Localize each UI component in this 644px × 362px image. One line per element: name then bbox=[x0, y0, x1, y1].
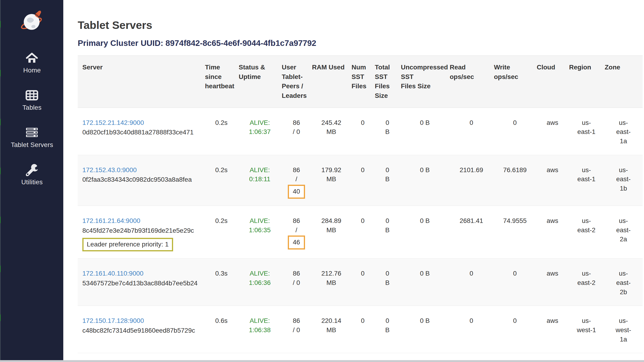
cell-ram-used: 179.92 MB bbox=[312, 155, 351, 206]
cell-peers-leaders: 86/46 bbox=[281, 206, 312, 258]
tables-icon bbox=[26, 89, 38, 102]
uncompressed-sst-value: 0 B bbox=[420, 166, 430, 173]
server-link[interactable]: 172.152.43.0:9000 bbox=[82, 166, 137, 173]
cell-server: 172.152.21.142:90000d820cf1b93c40d881a27… bbox=[78, 108, 204, 155]
leader-preference-note: Leader preference priority: 1 bbox=[82, 238, 173, 251]
uptime-value: 1:06:38 bbox=[240, 325, 280, 335]
read-ops-value: 2101.69 bbox=[460, 166, 483, 173]
read-ops-value: 0 bbox=[470, 119, 473, 126]
tablet-servers-table: ServerTime since heartbeatStatus & Uptim… bbox=[78, 55, 642, 353]
server-uuid: 0f2faa3c834343c0982dc9503a8a8fea bbox=[82, 175, 203, 184]
sidebar-nav: Home Tables bbox=[11, 52, 53, 201]
utilities-icon bbox=[26, 163, 38, 176]
sidebar-item-utilities[interactable]: Utilities bbox=[21, 163, 42, 186]
window-bottom-edge bbox=[0, 360, 644, 362]
ram-value: 245.42 MB bbox=[317, 118, 346, 137]
table-row: 172.150.17.128:9000c48bc82fc7314d5e91860… bbox=[78, 306, 642, 353]
peers-count: 86 bbox=[283, 269, 310, 278]
uptime-value: 1:06:37 bbox=[240, 127, 280, 136]
cloud-value: aws bbox=[547, 270, 558, 277]
cell-cloud: aws bbox=[536, 155, 568, 206]
leaders-count: / 0 bbox=[283, 325, 310, 335]
sidebar-item-tablet-servers[interactable]: Tablet Servers bbox=[11, 126, 53, 149]
leaders-count: / 0 bbox=[283, 278, 310, 287]
sidebar-item-home[interactable]: Home bbox=[23, 52, 41, 74]
num-sst-value: 0 bbox=[361, 270, 364, 277]
sidebar: Home Tables bbox=[1, 0, 63, 360]
server-uuid: 8c45fd27e3e24b7b93f169de21e5e29c bbox=[82, 226, 203, 235]
cell-num-sst-files: 0 bbox=[351, 306, 374, 353]
server-uuid: c48bc82fc7314d5e91860eed87b5729c bbox=[82, 326, 203, 335]
cell-ram-used: 245.42 MB bbox=[312, 108, 351, 155]
cell-ram-used: 212.76 MB bbox=[312, 259, 351, 306]
total-sst-value: 0 B bbox=[384, 118, 391, 137]
zone-value: us-east-1b bbox=[613, 165, 634, 193]
table-row: 172.161.40.110:900053467572be7c4d13b3ac8… bbox=[78, 259, 642, 306]
status-alive: ALIVE: bbox=[240, 118, 280, 127]
cell-total-sst-size: 0 B bbox=[374, 306, 400, 353]
cell-cloud: aws bbox=[536, 108, 568, 155]
column-header: Zone bbox=[604, 56, 642, 108]
table-header-row: ServerTime since heartbeatStatus & Uptim… bbox=[78, 56, 642, 108]
cloud-value: aws bbox=[547, 317, 558, 324]
cell-region: us-east-2 bbox=[568, 206, 604, 258]
region-value: us-west-1 bbox=[576, 316, 597, 335]
cell-write-ops: 0 bbox=[494, 108, 536, 155]
ram-value: 179.92 MB bbox=[317, 165, 346, 184]
status-alive: ALIVE: bbox=[240, 269, 280, 278]
cell-uncompressed-sst-size: 0 B bbox=[400, 206, 449, 258]
table-row: 172.152.43.0:90000f2faa3c834343c0982dc95… bbox=[78, 155, 642, 206]
server-link[interactable]: 172.161.21.64:9000 bbox=[82, 217, 140, 224]
status-alive: ALIVE: bbox=[240, 316, 280, 325]
ram-value: 284.89 MB bbox=[317, 216, 346, 235]
cell-peers-leaders: 86/ 0 bbox=[281, 306, 312, 353]
cell-region: us-east-2 bbox=[568, 259, 604, 306]
cell-total-sst-size: 0 B bbox=[374, 259, 400, 306]
cell-ram-used: 284.89 MB bbox=[312, 206, 351, 258]
yugabyte-logo-icon[interactable] bbox=[20, 9, 44, 35]
cell-heartbeat: 0.2s bbox=[204, 108, 238, 155]
read-ops-value: 0 bbox=[470, 270, 473, 277]
cell-read-ops: 0 bbox=[449, 306, 494, 353]
cell-server: 172.150.17.128:9000c48bc82fc7314d5e91860… bbox=[78, 306, 204, 353]
cell-status: ALIVE:1:06:35 bbox=[238, 206, 281, 258]
cell-write-ops: 0 bbox=[494, 259, 536, 306]
zone-value: us-east-2b bbox=[613, 269, 634, 297]
server-link[interactable]: 172.150.17.128:9000 bbox=[82, 317, 144, 324]
cell-peers-leaders: 86/ 0 bbox=[281, 108, 312, 155]
main-content: Tablet Servers Primary Cluster UUID: 897… bbox=[63, 0, 644, 360]
column-header: User Tablet- Peers / Leaders bbox=[281, 56, 312, 108]
cell-read-ops: 0 bbox=[449, 108, 494, 155]
region-value: us-east-1 bbox=[576, 118, 597, 137]
cell-ram-used: 220.14 MB bbox=[312, 306, 351, 353]
sidebar-item-label: Home bbox=[23, 67, 41, 74]
cell-uncompressed-sst-size: 0 B bbox=[400, 306, 449, 353]
cell-heartbeat: 0.2s bbox=[204, 155, 238, 206]
server-uuid: 0d820cf1b93c40d881a27888f33ce471 bbox=[82, 128, 203, 137]
num-sst-value: 0 bbox=[361, 317, 364, 324]
peers-slash: / bbox=[283, 226, 310, 235]
cell-cloud: aws bbox=[536, 306, 568, 353]
cloud-value: aws bbox=[547, 166, 558, 173]
server-link[interactable]: 172.152.21.142:9000 bbox=[82, 119, 144, 126]
zone-value: us-east-1a bbox=[613, 118, 634, 146]
tablet-servers-icon bbox=[26, 126, 38, 139]
cell-heartbeat: 0.2s bbox=[204, 206, 238, 258]
uptime-value: 1:06:35 bbox=[240, 226, 280, 235]
column-header: RAM Used bbox=[312, 56, 351, 108]
write-ops-value: 0 bbox=[513, 317, 517, 324]
cell-zone: us-east-1b bbox=[604, 155, 642, 206]
cell-server: 172.161.21.64:90008c45fd27e3e24b7b93f169… bbox=[78, 206, 204, 258]
primary-cluster-uuid: Primary Cluster UUID: 8974f842-8c65-4e6f… bbox=[78, 39, 642, 48]
server-uuid: 53467572be7c4d13b3ac88d4b7ee5b24 bbox=[82, 279, 203, 288]
total-sst-value: 0 B bbox=[384, 316, 391, 335]
table-row: 172.152.21.142:90000d820cf1b93c40d881a27… bbox=[78, 108, 642, 155]
cell-num-sst-files: 0 bbox=[351, 108, 374, 155]
column-header: Region bbox=[568, 56, 604, 108]
column-header: Read ops/sec bbox=[449, 56, 494, 108]
sidebar-item-tables[interactable]: Tables bbox=[22, 89, 42, 111]
leaders-count: / 0 bbox=[283, 127, 310, 136]
write-ops-value: 0 bbox=[513, 270, 517, 277]
server-link[interactable]: 172.161.40.110:9000 bbox=[82, 270, 144, 277]
tserver-table-body: 172.152.21.142:90000d820cf1b93c40d881a27… bbox=[78, 108, 642, 353]
